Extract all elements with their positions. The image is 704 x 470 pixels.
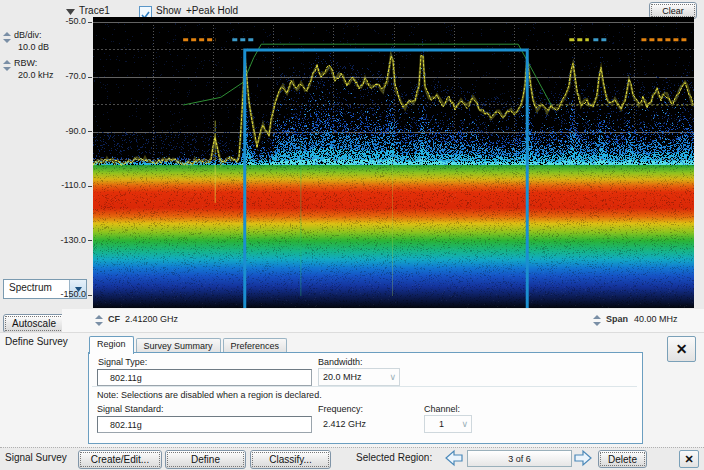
cf-spinner-icon[interactable] [95, 315, 103, 326]
y-tick-label: -130.0 [54, 235, 86, 245]
channel-value: 1 [425, 419, 444, 429]
region-position-field: 3 of 6 [467, 450, 572, 467]
span-spinner-icon[interactable] [593, 315, 601, 326]
spectrum-analyzer-window: Trace1 Show +Peak Hold Clear dB/div: 10.… [0, 0, 704, 470]
frequency-field[interactable]: 2.412 GHz [318, 415, 412, 433]
show-label: Show [156, 5, 181, 17]
y-tick [88, 186, 92, 187]
y-tick [88, 77, 92, 78]
signal-standard-label: Signal Standard: [97, 404, 164, 415]
bandwidth-value: 20.0 MHz [319, 372, 362, 382]
span-label: Span [606, 314, 628, 325]
db-div-label: dB/div: [14, 30, 42, 41]
db-div-value[interactable]: 10.0 dB [18, 42, 49, 53]
define-survey-label: Define Survey [5, 336, 68, 348]
region-note: Note: Selections are disabled when a reg… [97, 390, 322, 401]
y-tick-label: -70.0 [54, 71, 86, 81]
rbw-spinner-icon[interactable] [3, 60, 11, 71]
tab-region[interactable]: Region [89, 336, 134, 354]
signal-type-field[interactable]: 802.11g [97, 369, 312, 386]
spectrum-canvas[interactable] [93, 17, 694, 308]
channel-label: Channel: [424, 404, 460, 415]
bandwidth-label: Bandwidth: [318, 357, 363, 368]
y-tick [88, 240, 92, 241]
create-edit-button[interactable]: Create/Edit... [78, 450, 162, 469]
y-tick [88, 22, 92, 23]
autoscale-button[interactable]: Autoscale [3, 314, 65, 333]
close-survey-button[interactable]: ✕ [667, 336, 696, 362]
cf-label: CF [108, 314, 120, 325]
delete-button[interactable]: Delete [598, 450, 647, 468]
y-tick-label: -50.0 [54, 16, 86, 26]
span-value[interactable]: 40.00 MHz [634, 314, 678, 325]
y-tick-label: -90.0 [54, 126, 86, 136]
cf-value[interactable]: 2.41200 GHz [125, 314, 178, 325]
close-icon: ✕ [676, 341, 688, 357]
close-survey-bar-button[interactable]: ✕ [679, 450, 699, 468]
y-tick-label: -110.0 [54, 180, 86, 190]
rbw-value[interactable]: 20.0 kHz [18, 70, 54, 81]
bandwidth-dropdown[interactable]: 20.0 MHz ∨ [318, 368, 400, 386]
previous-region-arrow-icon[interactable] [444, 449, 464, 467]
channel-dropdown[interactable]: 1 ∨ [424, 415, 472, 433]
row-separator [92, 386, 637, 387]
classify-button[interactable]: Classify... [250, 450, 331, 469]
spectrum-display[interactable] [93, 17, 694, 308]
frequency-label: Frequency: [318, 404, 363, 415]
close-icon: ✕ [684, 453, 693, 466]
selected-region-label: Selected Region: [356, 452, 432, 464]
peak-hold-label[interactable]: +Peak Hold [186, 5, 238, 17]
y-tick-label: -150.0 [54, 289, 86, 299]
signal-type-label: Signal Type: [98, 357, 147, 368]
next-region-arrow-icon[interactable] [573, 449, 593, 467]
rbw-label: RBW: [14, 58, 37, 69]
define-button[interactable]: Define [165, 450, 246, 469]
chevron-down-icon: ∨ [461, 419, 468, 429]
signal-survey-label: Signal Survey [5, 452, 67, 464]
frequency-value: 2.412 GHz [319, 419, 366, 429]
signal-standard-field[interactable]: 802.11g [97, 416, 312, 433]
chevron-down-icon: ∨ [389, 372, 396, 382]
trace-menu-icon[interactable] [66, 9, 75, 15]
y-tick [88, 131, 92, 132]
y-tick [88, 295, 92, 296]
db-div-spinner-icon[interactable] [3, 32, 11, 43]
